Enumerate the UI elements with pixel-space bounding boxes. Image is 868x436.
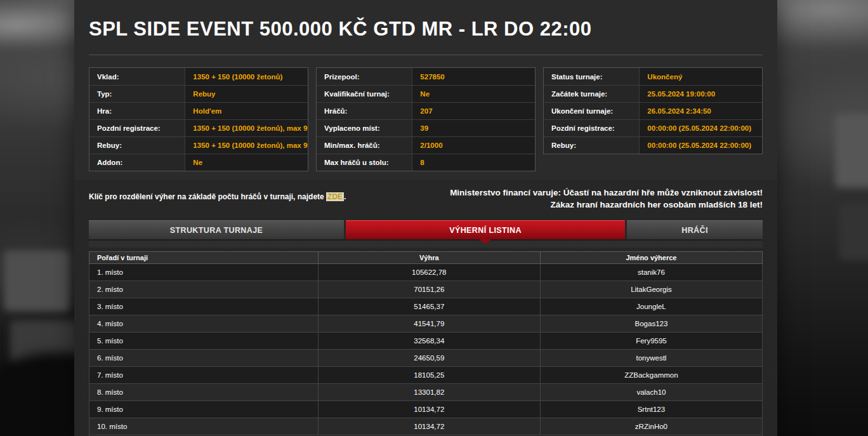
info-row-value: Ne bbox=[185, 154, 308, 171]
info-row-label: Max hráčů u stolu: bbox=[317, 154, 412, 171]
table-row: 6. místo24650,59tonywestl bbox=[89, 350, 763, 367]
winner-name-cell: LitakGeorgis bbox=[540, 281, 762, 298]
tournament-detail-panel: SPL SIDE EVENT 500.000 KČ GTD MR - LR DO… bbox=[74, 0, 777, 436]
notes-row: Klíč pro rozdělení výher na základě počt… bbox=[89, 187, 763, 211]
column-header-prize: Výhra bbox=[318, 252, 540, 264]
info-table-prizepool: Prizepool:527850Kvalifikační turnaj:NeHr… bbox=[316, 67, 536, 171]
info-row: Status turnaje:Ukončený bbox=[544, 68, 762, 85]
info-row: Rebuy:1350 + 150 (10000 žetonů), max 999… bbox=[89, 136, 308, 154]
winner-rank-cell: 2. místo bbox=[89, 281, 319, 298]
winner-prize-cell: 10134,72 bbox=[318, 418, 540, 435]
winner-prize-cell: 105622,78 bbox=[318, 264, 540, 281]
winner-prize-cell: 51465,37 bbox=[318, 298, 540, 315]
info-row-value: 00:00:00 (25.05.2024 22:00:00) bbox=[640, 137, 762, 154]
winner-rank-cell: 8. místo bbox=[89, 384, 319, 401]
winners-table-header-row: Pořadí v turnaji Výhra Jméno výherce bbox=[89, 252, 763, 264]
info-row: Ukončení turnaje:26.05.2024 2:34:50 bbox=[544, 102, 762, 119]
winner-name-cell: Srtnt123 bbox=[540, 401, 762, 418]
gambling-warning: Ministerstvo financí varuje: Účastí na h… bbox=[450, 187, 763, 211]
column-header-winner: Jméno výherce bbox=[540, 252, 762, 264]
slot-machine-shape bbox=[4, 251, 70, 311]
info-row-value: 2/1000 bbox=[412, 137, 535, 154]
info-row: Hráčů:207 bbox=[317, 102, 535, 119]
prize-key-suffix: . bbox=[344, 192, 346, 201]
info-row: Rebuy:00:00:00 (25.05.2024 22:00:00) bbox=[544, 136, 762, 154]
info-row-value: 1350 + 150 (10000 žetonů), max 999x bbox=[185, 137, 308, 154]
info-row-value: 527850 bbox=[412, 68, 535, 85]
slot-machine-shape bbox=[835, 114, 868, 187]
gambling-warning-line2: Zákaz hraní hazardních her osobám mladší… bbox=[450, 199, 763, 211]
table-row: 1. místo105622,78stanik76 bbox=[89, 264, 763, 281]
info-row: Začátek turnaje:25.05.2024 19:00:00 bbox=[544, 85, 762, 102]
info-row-value: 26.05.2024 2:34:50 bbox=[640, 103, 762, 119]
winner-rank-cell: 7. místo bbox=[89, 367, 319, 384]
winner-name-cell: ZZBackgammon bbox=[540, 367, 762, 384]
info-row: Typ:Rebuy bbox=[89, 85, 308, 102]
info-row-value: 1350 + 150 (10000 žetonů), max 999x bbox=[185, 120, 308, 136]
table-row: 7. místo18105,25ZZBackgammon bbox=[89, 367, 763, 384]
info-row-label: Status turnaje: bbox=[544, 68, 640, 85]
winner-prize-cell: 13301,82 bbox=[318, 384, 540, 401]
info-row-label: Addon: bbox=[89, 154, 185, 171]
info-table-buyin: Vklad:1350 + 150 (10000 žetonů)Typ:Rebuy… bbox=[89, 67, 308, 171]
info-row-label: Pozdní registrace: bbox=[544, 120, 640, 136]
info-row-label: Hráčů: bbox=[317, 103, 412, 119]
page-header: SPL SIDE EVENT 500.000 KČ GTD MR - LR DO… bbox=[89, 0, 763, 55]
tab-hraci[interactable]: HRÁČI bbox=[627, 220, 763, 239]
winner-prize-cell: 10134,72 bbox=[318, 401, 540, 418]
info-row-value: 1350 + 150 (10000 žetonů) bbox=[185, 68, 308, 85]
winners-table-head: Pořadí v turnaji Výhra Jméno výherce bbox=[89, 252, 763, 264]
info-row-value: Ne bbox=[412, 86, 535, 102]
tournament-info-section: Vklad:1350 + 150 (10000 žetonů)Typ:Rebuy… bbox=[89, 67, 763, 171]
info-row: Pozdní registrace:00:00:00 (25.05.2024 2… bbox=[544, 119, 762, 136]
info-row-label: Vklad: bbox=[89, 68, 185, 85]
table-row: 3. místo51465,37JoungleL bbox=[89, 298, 763, 315]
table-row: 4. místo41541,79Bogas123 bbox=[89, 315, 763, 333]
winner-name-cell: JoungleL bbox=[540, 298, 762, 315]
winners-table-body: 1. místo105622,78stanik762. místo70151,2… bbox=[89, 264, 763, 435]
winner-name-cell: Fery9595 bbox=[540, 333, 762, 350]
prize-key-text: Klíč pro rozdělení výher na základě počt… bbox=[89, 192, 324, 201]
info-row-label: Hra: bbox=[89, 103, 185, 119]
winner-prize-cell: 70151,26 bbox=[318, 281, 540, 298]
info-row-label: Kvalifikační turnaj: bbox=[317, 86, 412, 102]
tab-struktura-turnaje[interactable]: STRUKTURA TURNAJE bbox=[89, 220, 344, 239]
winner-name-cell: stanik76 bbox=[540, 264, 762, 281]
info-row-label: Min/max. hráčů: bbox=[317, 137, 412, 154]
page-title: SPL SIDE EVENT 500.000 KČ GTD MR - LR DO… bbox=[89, 14, 591, 41]
slot-machine-shape bbox=[839, 203, 868, 260]
table-row: 5. místo32568,34Fery9595 bbox=[89, 333, 763, 350]
info-row-label: Rebuy: bbox=[89, 137, 185, 154]
info-row-value: Hold'em bbox=[185, 103, 308, 119]
info-row-label: Prizepool: bbox=[317, 68, 412, 85]
table-row: 10. místo10134,72zRZinHo0 bbox=[89, 418, 763, 435]
info-row-value: Ukončený bbox=[640, 68, 762, 85]
table-row: 9. místo10134,72Srtnt123 bbox=[89, 401, 763, 418]
info-row-label: Pozdní registrace: bbox=[89, 120, 185, 136]
winner-prize-cell: 32568,34 bbox=[318, 333, 540, 350]
winner-rank-cell: 1. místo bbox=[89, 264, 319, 281]
winners-list-section: Pořadí v turnaji Výhra Jméno výherce 1. … bbox=[89, 251, 763, 436]
winners-table: Pořadí v turnaji Výhra Jméno výherce 1. … bbox=[89, 251, 763, 435]
info-row-label: Vyplaceno míst: bbox=[317, 120, 412, 136]
info-row-value: 00:00:00 (25.05.2024 22:00:00) bbox=[640, 120, 762, 136]
info-row: Vklad:1350 + 150 (10000 žetonů) bbox=[89, 68, 308, 85]
tab-bar: STRUKTURA TURNAJEVÝHERNÍ LISTINAHRÁČI bbox=[89, 220, 763, 239]
winner-name-cell: Bogas123 bbox=[540, 315, 762, 333]
prize-key-note: Klíč pro rozdělení výher na základě počt… bbox=[89, 192, 346, 201]
info-row-label: Rebuy: bbox=[544, 137, 640, 154]
winner-name-cell: valach10 bbox=[540, 384, 762, 401]
prize-key-link[interactable]: ZDE bbox=[326, 192, 344, 201]
winner-rank-cell: 6. místo bbox=[89, 350, 319, 367]
info-row: Min/max. hráčů:2/1000 bbox=[317, 136, 535, 154]
info-row: Max hráčů u stolu:8 bbox=[317, 154, 535, 171]
info-row-value: Rebuy bbox=[185, 86, 308, 102]
winner-rank-cell: 4. místo bbox=[89, 315, 319, 333]
table-row: 2. místo70151,26LitakGeorgis bbox=[89, 281, 763, 298]
tab-vyherni-listina[interactable]: VÝHERNÍ LISTINA bbox=[346, 220, 625, 239]
winner-rank-cell: 9. místo bbox=[89, 401, 319, 418]
tab-bar-bottom-band bbox=[89, 239, 763, 248]
info-row: Kvalifikační turnaj:Ne bbox=[317, 85, 535, 102]
info-row: Pozdní registrace:1350 + 150 (10000 žeto… bbox=[89, 119, 308, 136]
info-row: Prizepool:527850 bbox=[317, 68, 535, 85]
